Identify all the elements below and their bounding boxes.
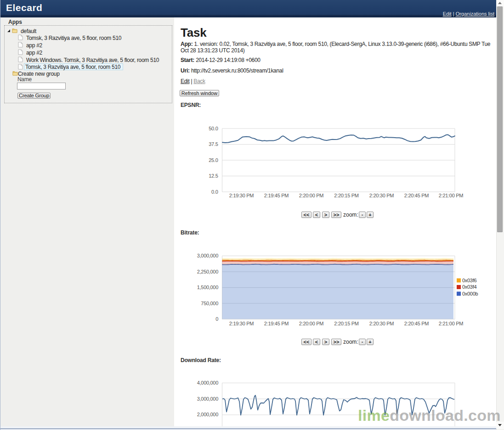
- svg-text:12.5: 12.5: [209, 173, 218, 179]
- svg-text:2:20:00 PM: 2:20:00 PM: [299, 321, 323, 326]
- svg-text:2,250,000: 2,250,000: [197, 269, 218, 274]
- svg-text:2:19:30 PM: 2:19:30 PM: [229, 321, 254, 326]
- svg-text:2:20:30 PM: 2:20:30 PM: [369, 193, 394, 198]
- svg-text:0x000b: 0x000b: [462, 291, 478, 296]
- svg-text:0x03f4: 0x03f4: [462, 284, 476, 290]
- svg-text:0x03f6: 0x03f6: [462, 278, 476, 283]
- svg-text:2:21:00 PM: 2:21:00 PM: [439, 321, 463, 326]
- svg-text:37.5: 37.5: [209, 141, 218, 147]
- svg-text:0: 0: [215, 316, 218, 322]
- svg-text:2:20:15 PM: 2:20:15 PM: [334, 193, 358, 198]
- svg-text:2:19:45 PM: 2:19:45 PM: [264, 321, 289, 326]
- svg-text:2:21:00 PM: 2:21:00 PM: [439, 193, 463, 198]
- svg-text:2:19:30 PM: 2:19:30 PM: [229, 193, 254, 198]
- svg-text:2:20:30 PM: 2:20:30 PM: [369, 321, 394, 326]
- svg-text:2,000,000: 2,000,000: [197, 412, 218, 417]
- svg-text:3,000,000: 3,000,000: [197, 253, 218, 258]
- svg-text:2:20:00 PM: 2:20:00 PM: [299, 193, 323, 198]
- svg-text:2:20:45 PM: 2:20:45 PM: [404, 321, 429, 326]
- svg-text:50.0: 50.0: [209, 126, 218, 131]
- svg-text:1,500,000: 1,500,000: [197, 285, 218, 290]
- svg-text:0.0: 0.0: [211, 189, 218, 195]
- svg-text:3,000,000: 3,000,000: [197, 396, 218, 402]
- svg-text:2:19:45 PM: 2:19:45 PM: [264, 193, 289, 198]
- svg-text:2:20:15 PM: 2:20:15 PM: [334, 321, 358, 326]
- svg-text:25.0: 25.0: [209, 157, 218, 163]
- svg-text:4,000,000: 4,000,000: [197, 380, 218, 385]
- svg-text:750,000: 750,000: [201, 301, 218, 306]
- svg-text:2:20:45 PM: 2:20:45 PM: [404, 193, 429, 198]
